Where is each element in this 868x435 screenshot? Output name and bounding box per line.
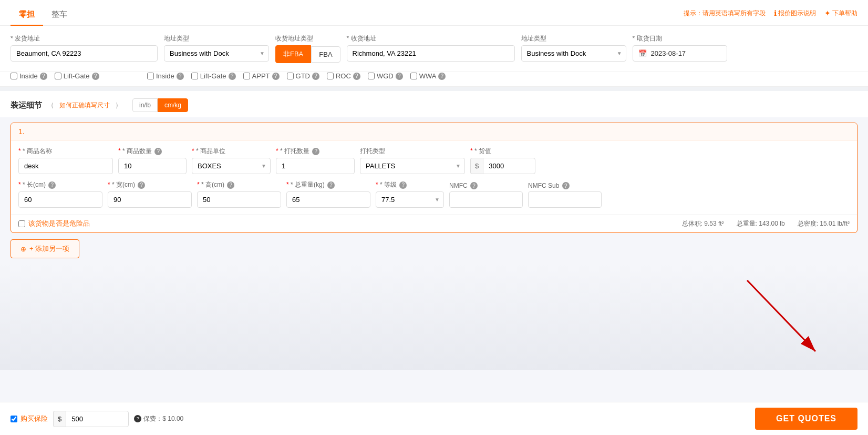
unit-toggle: in/lb cm/kg [132,98,188,112]
dest-roc-checkbox[interactable] [327,73,334,79]
item-row-1: * * 商品名称 * * 商品数量 ? * * 商品单位 BOXES [18,147,850,174]
tab-ltl[interactable]: 零担 [11,5,43,26]
dest-liftgate-checkbox[interactable] [191,73,198,79]
length-input[interactable] [18,191,102,208]
dest-appt-help-icon[interactable]: ? [272,73,280,80]
grade-label: * * 等级 ? [376,180,444,189]
pickup-date-group: * 取货日期 📅 2023-08-17 [633,34,727,62]
dest-liftgate-label: Lift-Gate [200,72,226,80]
dest-liftgate-checkbox-item: Lift-Gate ? [191,72,236,80]
help-circle-icon: ✦ [824,9,831,17]
product-unit-select-wrap: BOXES PALLETS PIECES CRATES ▼ [192,158,271,174]
origin-inside-checkbox[interactable] [11,73,17,79]
origin-inside-label: Inside [19,72,38,80]
value-currency-symbol: $ [470,158,483,174]
dest-address-input[interactable] [347,45,515,62]
pallet-qty-help-icon[interactable]: ? [312,148,319,155]
nmfc-sub-input[interactable] [528,191,602,208]
dest-wgd-checkbox[interactable] [368,73,375,79]
address-form-row: * 发货地址 地址类型 Business with Dock Business … [11,34,857,63]
dest-gtd-checkbox[interactable] [287,73,294,79]
shipping-size-link[interactable]: 如何正确填写尺寸 [59,101,110,110]
height-help-icon[interactable]: ? [227,181,234,189]
product-qty-help-icon[interactable]: ? [154,148,162,155]
width-input[interactable] [108,191,192,208]
origin-inside-checkbox-item: Inside ? [11,72,47,80]
fba-btn[interactable]: FBA [311,46,340,63]
origin-liftgate-help-icon[interactable]: ? [92,73,99,80]
weight-input[interactable] [286,191,370,208]
dest-roc-help-icon[interactable]: ? [353,73,360,80]
item-fields: * * 商品名称 * * 商品数量 ? * * 商品单位 BOXES [11,140,857,214]
unit-in-lb-btn[interactable]: in/lb [132,98,158,112]
svg-line-1 [747,280,815,351]
total-weight-stat: 总重量: 143.00 lb [737,219,785,228]
shipping-header: 装运细节 （ 如何正确填写尺寸 ） in/lb cm/kg [0,91,868,117]
top-bar: 零担 整车 提示：请用英语填写所有字段 ℹ 报价图示说明 ✦ 下单帮助 [0,0,868,26]
dest-wwa-label: WWA [419,72,437,80]
hint-text: 提示：请用英语填写所有字段 [684,9,766,18]
tabs: 零担 整车 [11,5,76,25]
product-qty-input[interactable] [118,158,187,174]
item-value-input[interactable] [483,158,535,174]
grade-help-icon[interactable]: ? [399,181,407,189]
weight-label: * * 总重量(kg) ? [286,180,370,189]
dest-wwa-help-icon[interactable]: ? [438,73,446,80]
item-value-label: * * 货值 [470,147,535,156]
checkboxes-section: Inside ? Lift-Gate ? Inside ? Lift-Gate … [0,72,868,87]
dest-liftgate-help-icon[interactable]: ? [229,73,236,80]
pallet-type-select[interactable]: PALLETS SKIDS [360,158,465,174]
non-fba-btn[interactable]: 非FBA [275,45,311,63]
order-help-link[interactable]: ✦ 下单帮助 [824,9,857,18]
address-form-section: * 发货地址 地址类型 Business with Dock Business … [0,26,868,72]
info-circle-icon: ℹ [774,9,777,17]
dest-wgd-help-icon[interactable]: ? [396,73,403,80]
dest-wwa-checkbox[interactable] [410,73,417,79]
danger-goods-checkbox[interactable] [18,220,25,227]
pallet-type-label: 打托类型 [360,147,465,156]
total-volume-value: 总体积: 9.53 ft² [682,219,724,228]
origin-liftgate-checkbox[interactable] [55,73,61,79]
unit-cm-kg-btn[interactable]: cm/kg [158,98,188,112]
weight-group: * * 总重量(kg) ? [286,180,370,208]
dest-inside-label: Inside [156,72,174,80]
origin-type-select[interactable]: Business with Dock Business without Dock… [164,45,269,62]
width-help-icon[interactable]: ? [138,181,145,189]
product-unit-group: * * 商品单位 BOXES PALLETS PIECES CRATES ▼ [192,147,271,174]
product-unit-select[interactable]: BOXES PALLETS PIECES CRATES [192,158,271,174]
item-card-header: 1. [11,123,857,140]
dest-inside-checkbox-item: Inside ? [147,72,184,80]
height-input[interactable] [197,191,281,208]
grade-select[interactable]: 77.5 70 85 92.5 100 [376,191,444,208]
total-weight-value: 总重量: 143.00 lb [737,219,785,228]
dest-inside-help-icon[interactable]: ? [177,73,184,80]
length-help-icon[interactable]: ? [48,181,56,189]
dest-wgd-checkbox-item: WGD ? [368,72,403,80]
shipping-paren-close: ） [115,100,122,110]
dest-inside-checkbox[interactable] [147,73,154,79]
dest-gtd-help-icon[interactable]: ? [312,73,319,80]
pallet-qty-input[interactable] [276,158,355,174]
add-item-icon: ⊕ [20,245,26,253]
price-guide-link[interactable]: ℹ 报价图示说明 [774,9,816,18]
total-density-stat: 总密度: 15.01 lb/ft² [798,219,850,228]
nmfc-input[interactable] [449,191,523,208]
weight-help-icon[interactable]: ? [327,181,335,189]
nmfc-help-icon[interactable]: ? [470,182,478,189]
dest-appt-checkbox[interactable] [243,73,250,79]
product-name-input[interactable] [18,158,113,174]
tab-ftl[interactable]: 整车 [43,5,76,26]
nmfc-group: NMFC ? [449,182,523,208]
dest-type-select[interactable]: Business with Dock Business without Dock… [521,45,626,62]
dest-type-select-wrap: Business with Dock Business without Dock… [521,45,626,62]
grade-group: * * 等级 ? 77.5 70 85 92.5 100 ▼ [376,180,444,208]
product-name-group: * * 商品名称 [18,147,113,174]
add-item-button[interactable]: ⊕ + 添加另一项 [11,239,79,258]
origin-inside-help-icon[interactable]: ? [40,73,47,80]
width-label: * * 宽(cm) ? [108,180,192,189]
width-group: * * 宽(cm) ? [108,180,192,208]
origin-liftgate-checkbox-item: Lift-Gate ? [55,72,99,80]
origin-address-input[interactable] [11,45,158,62]
nmfc-sub-help-icon[interactable]: ? [562,182,570,189]
product-unit-label: * * 商品单位 [192,147,271,156]
